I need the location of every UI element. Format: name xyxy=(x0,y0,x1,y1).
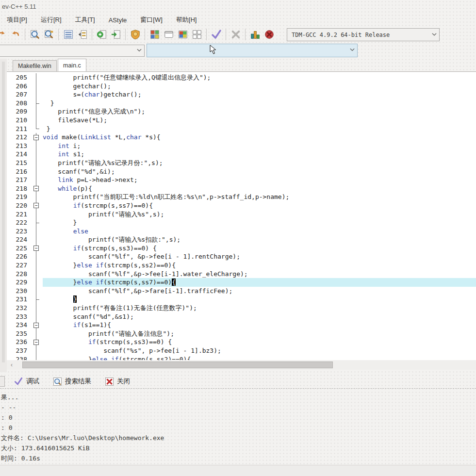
new-window-icon[interactable] xyxy=(148,28,162,41)
fold-guide xyxy=(30,295,43,304)
member-combo[interactable] xyxy=(147,44,358,57)
fold-collapse-icon[interactable]: − xyxy=(30,133,43,142)
line-number: 210 xyxy=(7,116,30,125)
code-line-205[interactable]: 205 printf("任意键继续录入,Q键退出信息录入"); xyxy=(7,73,476,82)
code-line-212[interactable]: 212−void make(LinkList *L,char *s){ xyxy=(7,133,476,142)
code-line-214[interactable]: 214 int s1; xyxy=(7,150,476,159)
debug-shield-icon[interactable] xyxy=(128,28,142,41)
code-line-208[interactable]: 208 } xyxy=(7,99,476,108)
line-number: 224 xyxy=(7,235,30,244)
restore-window-icon[interactable] xyxy=(162,28,176,41)
code-line-211[interactable]: 211 } xyxy=(7,125,476,133)
chevron-down-icon[interactable] xyxy=(349,46,356,55)
compiler-select[interactable]: TDM-GCC 4.9.2 64-bit Release xyxy=(287,28,440,41)
fold-collapse-icon[interactable]: − xyxy=(30,184,43,193)
fold-collapse-icon[interactable]: − xyxy=(30,244,43,253)
fold-collapse-icon[interactable]: − xyxy=(30,201,43,210)
syntax-check-icon[interactable] xyxy=(209,28,223,41)
code-text: while(p){ xyxy=(43,184,476,193)
cascade-window-icon[interactable] xyxy=(190,28,204,41)
menu-item-4[interactable]: 窗口[W] xyxy=(135,14,167,26)
code-text: printf("信息录入完成\n"); xyxy=(43,107,476,116)
code-text: printf("当前职工号:%ld\n职工姓名:%s\n",p->staff_i… xyxy=(43,193,476,201)
bottom-tab-1[interactable]: 搜索结果 xyxy=(48,376,96,387)
code-line-233[interactable]: 233 scanf("%d",&s1); xyxy=(7,312,476,321)
goto-declaration-icon[interactable] xyxy=(95,28,109,41)
code-line-226[interactable]: 226 scanf("%lf", &p->fee[i - 1].rentChar… xyxy=(7,252,476,261)
menu-item-2[interactable]: 工具[T] xyxy=(70,14,100,26)
undo-icon[interactable] xyxy=(0,28,8,41)
bottom-tab-2[interactable]: 关闭 xyxy=(100,376,135,387)
code-line-232[interactable]: 232 printf("有备注(1)无备注(任意数字)"); xyxy=(7,304,476,312)
code-line-223[interactable]: 223 else xyxy=(7,227,476,236)
code-line-209[interactable]: 209 printf("信息录入完成\n"); xyxy=(7,107,476,116)
goto-definition-icon[interactable] xyxy=(109,28,123,41)
code-line-231[interactable]: 231 } xyxy=(7,295,476,304)
code-text: scanf("%s", p->fee[i - 1].bz3); xyxy=(43,346,476,355)
fold-guide xyxy=(30,116,43,125)
editor-tab-makefile-win[interactable]: Makefile.win xyxy=(13,60,57,71)
menu-item-1[interactable]: 运行[R] xyxy=(36,14,66,26)
class-combo[interactable] xyxy=(0,45,145,57)
code-line-227[interactable]: 227 }else if(strcmp(s,ss2)==0){ xyxy=(7,261,476,270)
code-line-229[interactable]: 229 }else if(strcmp(s,ss7)==0){ xyxy=(7,278,476,287)
chevron-down-icon[interactable] xyxy=(431,31,438,39)
line-number: 219 xyxy=(7,193,30,201)
line-number: 234 xyxy=(7,321,30,329)
output-line-2: : 0 xyxy=(1,412,476,423)
code-text: int s1; xyxy=(43,150,476,159)
scroll-left-arrow-icon[interactable]: ‹ xyxy=(8,361,16,369)
code-line-216[interactable]: 216 scanf("%d",&i); xyxy=(7,167,476,176)
close-panel-icon xyxy=(105,377,114,386)
code-line-237[interactable]: 237 scanf("%s", p->fee[i - 1].bz3); xyxy=(7,346,476,355)
fold-guide xyxy=(30,218,43,227)
tile-window-icon[interactable] xyxy=(176,28,190,41)
menu-item-3[interactable]: AStyle xyxy=(104,15,132,25)
code-line-230[interactable]: 230 scanf("%lf",&p->fare[i-1].trafficFee… xyxy=(7,287,476,295)
code-line-234[interactable]: 234− if(s1==1){ xyxy=(7,321,476,329)
code-line-228[interactable]: 228 scanf("%lf",&p->fee[i-1].water_eleCh… xyxy=(7,270,476,279)
code-text: scanf("%lf", &p->fee[i - 1].rentCharge); xyxy=(43,252,476,261)
code-line-220[interactable]: 220− if(strcmp(s,ss7)==0){ xyxy=(7,201,476,210)
editor-tab-main-c[interactable]: main.c xyxy=(58,59,86,71)
code-line-236[interactable]: 236− if(strcmp(s,ss3)==0) { xyxy=(7,338,476,346)
profile-icon[interactable] xyxy=(248,28,262,41)
scrollbar-thumb[interactable] xyxy=(22,361,333,368)
code-line-222[interactable]: 222 } xyxy=(7,218,476,227)
code-line-215[interactable]: 215 printf("请输入%s记录月份:",s); xyxy=(7,159,476,167)
horizontal-scrollbar[interactable]: ‹ xyxy=(7,361,476,370)
fold-guide xyxy=(30,159,43,167)
code-line-219[interactable]: 219 printf("当前职工号:%ld\n职工姓名:%s\n",p->sta… xyxy=(7,193,476,201)
code-line-225[interactable]: 225− if(strcmp(s,ss3)==0) { xyxy=(7,244,476,253)
clipped-tab-fragment[interactable] xyxy=(0,376,5,387)
code-line-206[interactable]: 206 getchar(); xyxy=(7,82,476,91)
toolbar-separator xyxy=(245,29,246,40)
code-line-235[interactable]: 235 printf("请输入备注信息"); xyxy=(7,329,476,338)
code-line-224[interactable]: 224 printf("请输入%s扣款:",s); xyxy=(7,235,476,244)
find-icon[interactable] xyxy=(28,28,42,41)
code-snippets-icon[interactable] xyxy=(75,28,89,41)
left-panel-remnant xyxy=(0,59,7,372)
line-number: 233 xyxy=(7,312,30,321)
line-number: 218 xyxy=(7,184,30,193)
code-line-217[interactable]: 217 link p=L->head->next; xyxy=(7,176,476,184)
menu-item-5[interactable]: 帮助[H] xyxy=(171,14,202,26)
bottom-tab-0[interactable]: 调试 xyxy=(9,376,44,387)
abort-icon[interactable] xyxy=(229,28,243,41)
code-line-213[interactable]: 213 int i; xyxy=(7,142,476,150)
code-line-207[interactable]: 207 s=(char)getchar(); xyxy=(7,90,476,99)
fold-guide xyxy=(30,346,43,355)
fold-collapse-icon[interactable]: − xyxy=(30,321,43,329)
code-line-221[interactable]: 221 printf("请输入%s",s); xyxy=(7,210,476,219)
code-editor[interactable]: 205 printf("任意键继续录入,Q键退出信息录入");206 getch… xyxy=(7,72,476,360)
chevron-down-icon[interactable] xyxy=(136,47,143,55)
code-line-238[interactable]: 238 }else if(strcmp(s,ss2)==0){ xyxy=(7,355,476,360)
code-line-210[interactable]: 210 fileSave(*L); xyxy=(7,116,476,125)
menu-item-0[interactable]: 项目[P] xyxy=(2,14,32,26)
fold-collapse-icon[interactable]: − xyxy=(30,338,43,346)
replace-icon[interactable] xyxy=(42,28,56,41)
project-manager-icon[interactable] xyxy=(61,28,75,41)
profiling-delete-icon[interactable] xyxy=(262,28,276,41)
redo-icon[interactable] xyxy=(8,28,22,41)
code-line-218[interactable]: 218− while(p){ xyxy=(7,184,476,193)
